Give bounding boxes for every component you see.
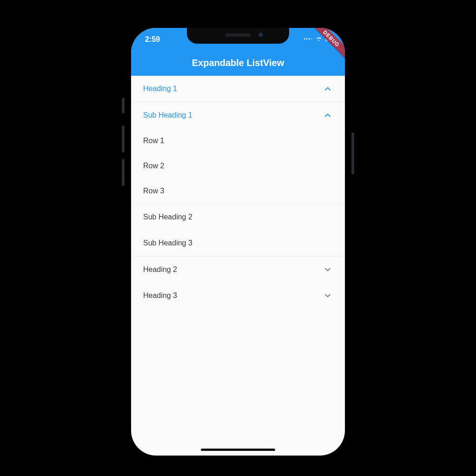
sub-heading-2-tile[interactable]: Sub Heading 2 — [131, 204, 345, 230]
row-1[interactable]: Row 1 — [131, 128, 345, 153]
side-button-volume-down — [122, 159, 125, 186]
cellular-icon — [304, 38, 312, 40]
row-3-label: Row 3 — [143, 187, 164, 195]
heading-3-tile[interactable]: Heading 3 — [131, 283, 345, 309]
side-button-volume-up — [122, 126, 125, 152]
stage: DEBUG 2:59 — [0, 0, 476, 476]
sub-heading-3-label: Sub Heading 3 — [143, 239, 192, 247]
chevron-up-icon — [323, 84, 333, 94]
front-camera — [258, 33, 264, 38]
row-2-label: Row 2 — [143, 162, 164, 170]
app-bar: Expandable ListView — [131, 50, 345, 76]
notch — [187, 28, 289, 44]
row-2[interactable]: Row 2 — [131, 153, 345, 178]
app-title: Expandable ListView — [192, 58, 284, 68]
heading-2-tile[interactable]: Heading 2 — [131, 257, 345, 283]
chevron-down-icon — [323, 291, 333, 301]
row-3[interactable]: Row 3 — [131, 178, 345, 204]
status-time: 2:59 — [145, 35, 160, 44]
heading-3-label: Heading 3 — [143, 291, 177, 300]
chevron-down-icon — [323, 264, 333, 275]
heading-1-tile[interactable]: Heading 1 — [131, 76, 345, 102]
side-button-power — [351, 132, 354, 174]
speaker-grille — [225, 33, 251, 37]
sub-heading-3-tile[interactable]: Sub Heading 3 — [131, 230, 345, 256]
expandable-list[interactable]: Heading 1 Sub Heading 1 Row 1 — [131, 76, 345, 309]
home-indicator[interactable] — [201, 449, 275, 451]
sub-heading-2-label: Sub Heading 2 — [143, 213, 192, 221]
heading-2-label: Heading 2 — [143, 265, 177, 274]
sub-heading-1-label: Sub Heading 1 — [143, 111, 192, 119]
screen: DEBUG 2:59 — [131, 28, 345, 456]
side-button-mute — [122, 98, 125, 113]
phone-frame: DEBUG 2:59 — [131, 28, 345, 456]
wifi-icon — [315, 36, 323, 41]
heading-1-label: Heading 1 — [143, 85, 177, 93]
chevron-up-icon — [323, 110, 333, 120]
sub-heading-1-tile[interactable]: Sub Heading 1 — [131, 102, 345, 128]
row-1-label: Row 1 — [143, 137, 164, 145]
